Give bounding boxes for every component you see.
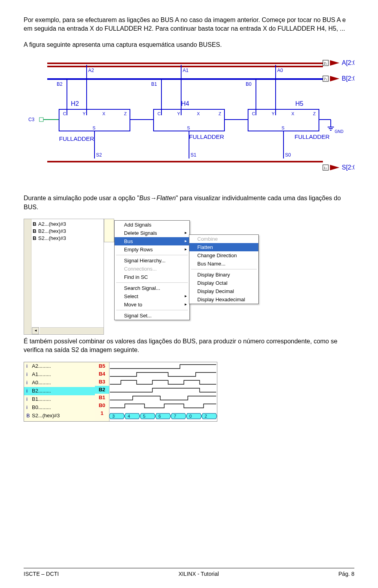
wave-signal-row[interactable]: BS2...(hex)#3: [24, 412, 95, 420]
wave-value-cell: B1: [95, 394, 109, 402]
svg-text:3: 3: [112, 414, 115, 418]
wave-value-cell: B4: [95, 370, 109, 378]
submenu-item[interactable]: Display Octal: [189, 279, 258, 287]
scroll-left-icon[interactable]: ◂: [32, 327, 39, 334]
submenu-item[interactable]: Flatten: [189, 243, 258, 251]
wave-plot: 3456702: [109, 362, 217, 421]
paragraph-1: Por exemplo, para se efectuarem as ligaç…: [24, 16, 354, 33]
paragraph-4: É também possível combinar os valores da…: [24, 337, 354, 355]
svg-marker-66: [109, 413, 124, 419]
bus-b-label: B[2:0]: [342, 75, 354, 82]
svg-marker-70: [140, 413, 155, 419]
wave-value-cell: 1: [95, 409, 109, 417]
menu-item[interactable]: Add Signals: [115, 221, 189, 229]
menu-item[interactable]: Empty Rows▸: [115, 245, 189, 254]
svg-text:C: C: [63, 111, 66, 116]
svg-marker-72: [155, 413, 170, 419]
menu-item[interactable]: Search Signal...: [115, 284, 189, 292]
svg-rect-22: [39, 118, 43, 122]
svg-text:Z: Z: [124, 111, 127, 116]
submenu-item[interactable]: Bus Name...: [189, 260, 258, 268]
wave-signal-row[interactable]: iB1.........: [24, 395, 95, 404]
block-h4: H4 C Y X Z S FULLADDER: [154, 100, 248, 159]
wave-signal-row[interactable]: iA2.........: [24, 362, 95, 370]
svg-text:S0: S0: [285, 152, 291, 158]
signal-row[interactable]: BB2...(hex)#3: [33, 228, 102, 235]
svg-text:Z: Z: [219, 111, 221, 116]
svg-text:B0: B0: [246, 81, 252, 87]
submenu-item[interactable]: Change Direction: [189, 251, 258, 260]
svg-text:S: S: [93, 125, 95, 130]
menu-item[interactable]: Bus▸: [115, 237, 189, 245]
submenu-item[interactable]: Display Decimal: [189, 287, 258, 295]
wave-signal-names: iA2.........iA1.........iA0.........iB2.…: [24, 362, 95, 421]
context-menu-2[interactable]: CombineFlattenChange DirectionBus Name..…: [189, 234, 259, 304]
menu-item[interactable]: Signal Set...: [115, 312, 189, 320]
footer-right: Pág. 8: [339, 571, 354, 577]
wave-signal-row[interactable]: iB0.........: [24, 404, 95, 412]
menu-item[interactable]: Move to▸: [115, 300, 189, 309]
svg-text:0: 0: [189, 414, 192, 418]
svg-text:7↓: 7↓: [324, 77, 328, 81]
svg-text:C: C: [252, 111, 255, 116]
svg-marker-5: [330, 60, 339, 66]
menu-item[interactable]: Select▸: [115, 292, 189, 300]
submenu-item: Combine: [189, 235, 258, 243]
svg-text:X: X: [291, 111, 295, 116]
svg-text:S: S: [187, 125, 190, 130]
wave-signal-row[interactable]: iA1.........: [24, 370, 95, 379]
svg-text:5: 5: [143, 414, 145, 418]
svg-text:B1: B1: [151, 81, 157, 87]
footer-center: XILINX - Tutorial: [178, 571, 219, 577]
svg-text:X: X: [197, 111, 200, 116]
bus-s-label: S[2:0]: [342, 164, 354, 171]
svg-text:2↓: 2↓: [324, 61, 328, 65]
page-footer: ISCTE – DCTI XILINX - Tutorial Pág. 8: [24, 568, 354, 577]
wave-values: B5B4B3B2B1B01: [95, 362, 109, 421]
paragraph-2: A figura seguinte apresenta uma captura …: [24, 41, 354, 49]
svg-text:S1: S1: [191, 152, 196, 158]
svg-marker-68: [124, 413, 140, 419]
wave-value-cell: B0: [95, 402, 109, 409]
context-menu-1[interactable]: Add SignalsDelete Signals▸Bus▸Empty Rows…: [114, 220, 190, 320]
menu-item[interactable]: Delete Signals▸: [115, 229, 189, 237]
svg-text:A0: A0: [277, 68, 283, 73]
svg-marker-8: [330, 76, 339, 81]
svg-text:A2: A2: [88, 68, 94, 73]
svg-text:Z: Z: [313, 111, 316, 116]
svg-text:FULLADDER: FULLADDER: [59, 135, 94, 142]
submenu-item[interactable]: Display Hexadecimal: [189, 295, 258, 304]
menu-item[interactable]: Signal Hierarchy...: [115, 256, 189, 265]
wave-signal-row[interactable]: iA0.........: [24, 379, 95, 387]
signal-row[interactable]: BS2...(hex)#3: [33, 235, 102, 242]
bus-a-label: A[2:0]: [342, 59, 354, 66]
wave-value-cell: B5: [95, 362, 109, 370]
svg-text:1↓: 1↓: [324, 166, 328, 170]
svg-text:C: C: [158, 111, 161, 116]
menu-item[interactable]: Find in SC: [115, 273, 189, 281]
svg-text:GND: GND: [335, 129, 343, 134]
svg-text:2: 2: [205, 414, 207, 418]
svg-text:4: 4: [128, 414, 130, 418]
waveform-screenshot: iA2.........iA1.........iA0.........iB2.…: [24, 362, 217, 422]
svg-marker-74: [171, 413, 186, 419]
submenu-item[interactable]: Display Binary: [189, 271, 258, 279]
svg-text:S: S: [282, 125, 284, 130]
wave-signal-row[interactable]: iB2.........: [24, 387, 95, 395]
signal-list-panel: BA2...(hex)#3BB2...(hex)#3BS2...(hex)#3 …: [24, 219, 104, 335]
svg-text:FULLADDER: FULLADDER: [189, 133, 224, 140]
svg-marker-76: [186, 413, 202, 419]
svg-text:H4: H4: [181, 100, 189, 107]
schematic-figure: 2↓ A[2:0] 7↓ B[2:0] A2 A1 A0 B2 B: [24, 56, 354, 182]
block-h2: H2 C Y X Z S FULLADDER: [59, 100, 154, 159]
wave-value-cell: B2: [95, 386, 109, 394]
svg-text:H5: H5: [295, 100, 304, 107]
svg-text:Y: Y: [83, 111, 86, 116]
signal-row[interactable]: BA2...(hex)#3: [33, 221, 102, 228]
svg-text:FULLADDER: FULLADDER: [295, 133, 330, 140]
svg-text:B2: B2: [57, 81, 63, 87]
svg-text:X: X: [102, 111, 106, 116]
scrollbar[interactable]: [40, 327, 104, 334]
menu-item: Connections...: [115, 265, 189, 273]
svg-marker-65: [330, 165, 339, 170]
